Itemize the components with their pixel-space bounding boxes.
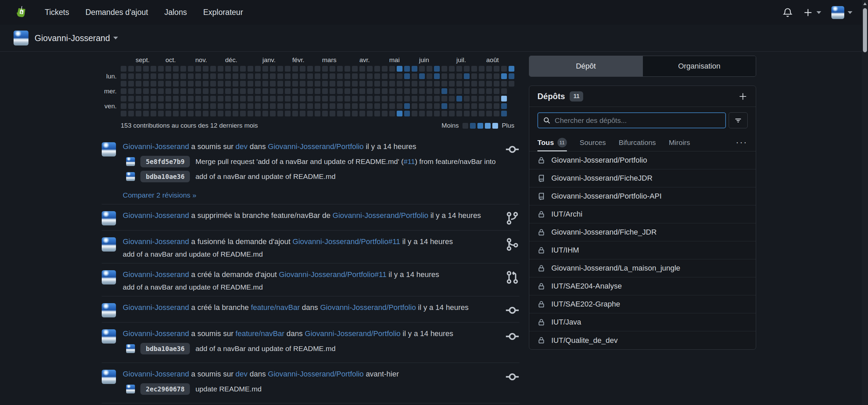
filter-tab-all[interactable]: Tous 11 — [537, 134, 567, 151]
heatmap-cell — [471, 103, 477, 109]
heatmap-cell — [143, 88, 149, 94]
activity-title: Giovanni-Josserand a fusionné la demande… — [123, 237, 498, 247]
feed-link[interactable]: Giovanni-Josserand — [123, 370, 189, 378]
heatmap-cell — [255, 81, 261, 87]
repo-list-item[interactable]: IUT/IHM — [529, 241, 756, 259]
bell-icon[interactable] — [783, 7, 793, 18]
commit-hash-link[interactable]: bdba10ae36 — [140, 343, 190, 354]
heatmap-cell — [374, 103, 380, 109]
plus-icon[interactable] — [803, 7, 813, 18]
nav-item-milestones[interactable]: Jalons — [164, 8, 187, 17]
caret-down-icon[interactable] — [113, 37, 118, 39]
heatmap-cell — [143, 96, 149, 102]
lock-icon — [537, 228, 545, 236]
feed-text: il y a 14 heures — [400, 329, 453, 338]
filter-tab-forks[interactable]: Bifurcations — [619, 134, 656, 151]
heatmap-cell — [203, 103, 209, 109]
feed-link[interactable]: #11 — [403, 158, 415, 165]
avatar[interactable] — [14, 31, 28, 45]
heatmap-cell — [300, 73, 305, 79]
repo-list-item[interactable]: Giovanni-Josserand/La_maison_jungle — [529, 259, 756, 277]
feed-link[interactable]: dev — [236, 370, 248, 378]
user-menu[interactable] — [831, 6, 852, 19]
avatar[interactable] — [102, 142, 116, 157]
scrollbar-thumb[interactable] — [863, 8, 867, 52]
compare-link[interactable]: Comparer 2 révisions » — [123, 191, 196, 199]
feed-link[interactable]: Giovanni-Josserand — [123, 303, 189, 312]
heatmap-cell — [136, 96, 141, 102]
heatmap-cell — [479, 81, 485, 87]
avatar[interactable] — [102, 237, 116, 252]
heatmap-cell — [173, 66, 179, 72]
repo-list-item[interactable]: Giovanni-Josserand/Portfolio — [529, 151, 756, 169]
avatar[interactable] — [102, 370, 116, 384]
avatar[interactable] — [831, 6, 844, 19]
gitea-logo[interactable] — [14, 5, 28, 20]
heatmap-cell — [359, 103, 365, 109]
feed-link[interactable]: dev — [236, 142, 248, 151]
heatmap-cell — [382, 96, 388, 102]
heatmap-cell — [456, 96, 462, 102]
feed-link[interactable]: Giovanni-Josserand — [123, 237, 189, 246]
tab-repository[interactable]: Dépôt — [529, 56, 643, 76]
tab-organisation[interactable]: Organisation — [643, 56, 756, 76]
filter-tab-mirrors[interactable]: Miroirs — [669, 134, 690, 151]
repo-list-item[interactable]: IUT/SAE204-Analyse — [529, 277, 756, 295]
repo-list-item[interactable]: Giovanni-Josserand/Fiche_JDR — [529, 223, 756, 241]
feed-text: update README.md — [195, 385, 261, 393]
commit-hash-link[interactable]: 2ec2960678 — [140, 383, 190, 395]
heatmap-cell — [486, 81, 492, 87]
repo-list-item[interactable]: IUT/Qualite_de_dev — [529, 331, 756, 349]
repo-list-item[interactable]: IUT/Archi — [529, 205, 756, 223]
heatmap-cell — [173, 73, 179, 79]
heatmap-cell — [136, 81, 141, 87]
ellipsis-icon[interactable]: ··· — [736, 137, 748, 148]
feed-link[interactable]: Giovanni-Josserand/Portfolio — [268, 370, 363, 378]
heatmap-cell — [315, 88, 320, 94]
feed-link[interactable]: Giovanni-Josserand/Portfolio — [305, 329, 400, 338]
heatmap-cell — [210, 88, 216, 94]
feed-link[interactable]: Giovanni-Josserand/Portfolio — [268, 142, 363, 151]
feed-link[interactable]: Giovanni-Josserand/Portfolio — [333, 211, 428, 220]
context-switcher[interactable]: Giovanni-Josserand — [35, 33, 110, 43]
feed-link[interactable]: Giovanni-Josserand — [123, 211, 189, 220]
create-menu[interactable] — [803, 7, 821, 18]
feed-link[interactable]: Giovanni-Josserand — [123, 329, 189, 338]
nav-item-pull-requests[interactable]: Demandes d'ajout — [85, 8, 148, 17]
caret-down-icon[interactable] — [816, 11, 821, 14]
feed-link[interactable]: Giovanni-Josserand/Portfolio#11 — [293, 237, 400, 246]
repo-list-item[interactable]: IUT/Java — [529, 313, 756, 331]
heatmap-cell — [404, 103, 410, 109]
caret-down-icon[interactable] — [848, 11, 852, 14]
heatmap-cell — [397, 88, 402, 94]
filter-icon[interactable] — [729, 112, 748, 128]
heatmap-cell — [456, 103, 462, 109]
plus-icon[interactable] — [738, 92, 748, 101]
feed-link[interactable]: Giovanni-Josserand/Portfolio — [320, 303, 416, 312]
dashboard-feed-column: sept.oct.nov.déc.janv.févr.marsavr.maiju… — [102, 56, 519, 405]
repo-list-item[interactable]: Giovanni-Josserand/FicheJDR — [529, 169, 756, 187]
repo-list-item[interactable]: IUT/SAE202-Graphe — [529, 295, 756, 313]
commit-hash-link[interactable]: 5e8fd5e7b9 — [140, 156, 190, 167]
feed-link[interactable]: feature/navBar — [236, 329, 284, 338]
feed-text: a créé la branche — [189, 303, 251, 312]
scroll-up-arrow-icon[interactable] — [863, 2, 867, 5]
repo-search-input[interactable] — [555, 116, 721, 125]
heatmap-cell — [374, 88, 380, 94]
heatmap-cell — [389, 81, 395, 87]
avatar[interactable] — [102, 303, 116, 317]
repo-list-item[interactable]: Giovanni-Josserand/Portfolio-API — [529, 187, 756, 205]
commit-hash-link[interactable]: bdba10ae36 — [140, 171, 190, 182]
feed-link[interactable]: feature/navBar — [251, 303, 300, 312]
heatmap-cell — [419, 96, 425, 102]
nav-item-explore[interactable]: Explorateur — [203, 8, 243, 17]
avatar[interactable] — [102, 270, 116, 284]
nav-item-tickets[interactable]: Tickets — [45, 8, 69, 17]
heatmap-cell — [367, 88, 373, 94]
avatar[interactable] — [102, 329, 116, 344]
feed-link[interactable]: Giovanni-Josserand — [123, 142, 189, 151]
avatar[interactable] — [102, 211, 116, 225]
feed-link[interactable]: Giovanni-Josserand/Portfolio#11 — [279, 270, 387, 279]
filter-tab-sources[interactable]: Sources — [580, 134, 606, 151]
feed-link[interactable]: Giovanni-Josserand — [123, 270, 189, 279]
